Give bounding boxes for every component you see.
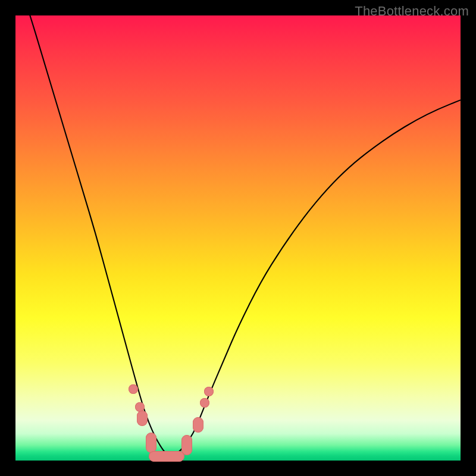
data-marker [181,435,192,455]
chart-outer: TheBottleneck.com [0,0,476,476]
data-marker [149,451,184,462]
data-marker [193,417,203,433]
watermark-text: TheBottleneck.com [355,4,469,19]
data-marker [200,398,209,408]
data-marker [146,433,156,453]
data-marker [137,411,148,426]
bottleneck-curve [15,15,461,461]
plot-area [15,15,461,461]
